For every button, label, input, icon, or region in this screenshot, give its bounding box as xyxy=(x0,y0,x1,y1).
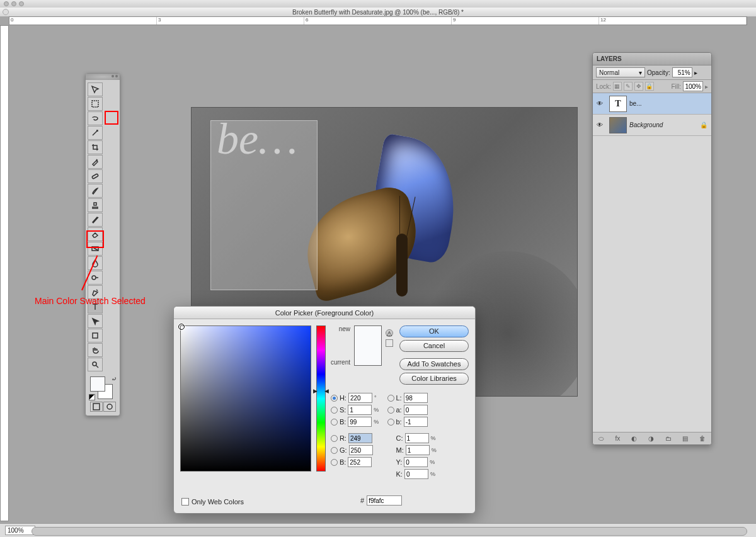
lock-pixels-icon[interactable]: ✎ xyxy=(624,82,633,91)
document-close-icon[interactable] xyxy=(3,9,9,15)
crop-tool[interactable] xyxy=(88,140,103,154)
input-c[interactable] xyxy=(405,433,429,443)
opacity-input[interactable] xyxy=(672,67,692,77)
layer-thumbnail[interactable] xyxy=(609,117,627,133)
only-web-colors-checkbox[interactable] xyxy=(181,498,189,506)
svg-point-3 xyxy=(92,276,96,280)
ok-button[interactable]: OK xyxy=(399,325,469,337)
layer-name[interactable]: be... xyxy=(629,100,641,107)
input-m[interactable] xyxy=(406,445,430,455)
zoom-tool[interactable] xyxy=(88,358,103,371)
current-color-label: current xyxy=(331,359,350,366)
visibility-toggle[interactable]: 👁 xyxy=(593,100,607,107)
radio-s[interactable] xyxy=(331,407,338,414)
add-to-swatches-button[interactable]: Add To Swatches xyxy=(399,358,469,370)
lock-label: Lock: xyxy=(596,83,611,90)
lock-transparent-icon[interactable]: ▦ xyxy=(613,82,622,91)
saturation-value-field[interactable] xyxy=(180,325,311,472)
ruler-horizontal[interactable]: 0 3 6 9 12 xyxy=(9,16,747,25)
websafe-warning-icon[interactable] xyxy=(386,339,393,347)
link-layers-icon[interactable]: ⬭ xyxy=(598,435,604,443)
hex-input[interactable] xyxy=(367,495,402,506)
standard-mode-button[interactable] xyxy=(90,402,103,412)
layers-tab[interactable]: LAYERS xyxy=(593,53,711,65)
input-l[interactable] xyxy=(404,393,428,403)
radio-b[interactable] xyxy=(331,419,338,426)
radio-h[interactable] xyxy=(331,395,338,402)
heal-tool[interactable] xyxy=(88,169,103,183)
new-current-swatch[interactable] xyxy=(354,325,382,366)
radio-g[interactable] xyxy=(331,447,338,454)
shape-tool[interactable] xyxy=(88,329,103,342)
brush-tool[interactable] xyxy=(88,184,103,198)
visibility-toggle[interactable]: 👁 xyxy=(593,122,607,128)
only-web-colors-label: Only Web Colors xyxy=(192,498,244,506)
blend-mode-select[interactable]: Normal▾ xyxy=(596,67,645,77)
delete-layer-icon[interactable]: 🗑 xyxy=(699,435,706,442)
input-h[interactable] xyxy=(348,393,372,403)
ruler-vertical[interactable] xyxy=(0,25,9,521)
layer-name[interactable]: Background xyxy=(629,122,663,128)
hue-slider[interactable]: ▶◀ xyxy=(316,325,326,472)
layer-list: 👁 T be... 👁 Background 🔒 xyxy=(593,93,711,432)
input-a[interactable] xyxy=(404,405,428,415)
input-k[interactable] xyxy=(404,469,428,479)
move-tool[interactable] xyxy=(88,82,103,96)
default-colors-icon[interactable] xyxy=(89,394,95,400)
lock-position-icon[interactable]: ✥ xyxy=(634,82,643,91)
layer-row[interactable]: 👁 T be... xyxy=(593,93,711,115)
eyedropper-tool[interactable] xyxy=(88,155,103,169)
lock-icon: 🔒 xyxy=(700,122,707,128)
new-layer-icon[interactable]: ▤ xyxy=(682,435,688,442)
adjustment-layer-icon[interactable]: ◑ xyxy=(648,435,654,442)
foreground-color-swatch[interactable] xyxy=(90,376,105,392)
fill-label: Fill: xyxy=(671,83,681,90)
gamut-warning-icon[interactable]: ⚠ xyxy=(386,329,393,337)
fill-flyout-icon[interactable]: ▸ xyxy=(705,83,708,90)
path-select-tool[interactable] xyxy=(88,314,103,328)
traffic-light-zoom[interactable] xyxy=(19,1,24,6)
zoom-input[interactable]: 100% xyxy=(5,526,35,535)
input-s[interactable] xyxy=(348,405,372,415)
input-r[interactable] xyxy=(348,433,372,443)
radio-bc[interactable] xyxy=(331,459,338,466)
lock-all-icon[interactable]: 🔒 xyxy=(645,82,654,91)
radio-a[interactable] xyxy=(387,407,394,414)
horizontal-scrollbar[interactable] xyxy=(32,527,747,536)
input-g[interactable] xyxy=(349,445,373,455)
hand-tool[interactable] xyxy=(88,343,103,357)
swap-colors-icon[interactable]: ⤾ xyxy=(112,375,117,382)
layer-row[interactable]: 👁 Background 🔒 xyxy=(593,115,711,136)
cancel-button[interactable]: Cancel xyxy=(399,340,469,352)
annotation-box-eyedropper xyxy=(105,111,118,125)
layers-panel[interactable]: LAYERS Normal▾ Opacity: ▸ Lock: ▦ ✎ ✥ 🔒 … xyxy=(592,52,712,445)
hue-slider-thumb[interactable]: ▶◀ xyxy=(313,388,329,394)
color-libraries-button[interactable]: Color Libraries xyxy=(399,373,469,385)
opacity-flyout-icon[interactable]: ▸ xyxy=(694,69,697,76)
input-b2[interactable] xyxy=(404,417,428,427)
radio-r[interactable] xyxy=(331,435,338,442)
layer-fx-icon[interactable]: fx xyxy=(616,435,621,442)
hex-label: # xyxy=(360,497,364,504)
sv-marker[interactable] xyxy=(178,324,185,330)
layer-thumbnail[interactable]: T xyxy=(609,96,627,112)
quickmask-mode-button[interactable] xyxy=(103,402,116,412)
fill-input[interactable] xyxy=(683,81,703,91)
traffic-light-minimize[interactable] xyxy=(11,1,16,6)
lasso-tool[interactable] xyxy=(88,111,103,125)
radio-l[interactable] xyxy=(387,395,394,402)
layer-mask-icon[interactable]: ◐ xyxy=(631,435,637,442)
shape-icon xyxy=(91,331,100,340)
traffic-light-close[interactable] xyxy=(4,1,9,6)
radio-b2[interactable] xyxy=(387,419,394,426)
layer-group-icon[interactable]: 🗀 xyxy=(665,435,672,442)
history-brush-tool[interactable] xyxy=(88,213,103,227)
color-picker-dialog[interactable]: Color Picker (Foreground Color) ▶◀ new c… xyxy=(173,306,476,514)
input-y[interactable] xyxy=(404,457,428,467)
stamp-tool[interactable] xyxy=(88,198,103,212)
input-bc[interactable] xyxy=(348,457,372,467)
palette-grip[interactable] xyxy=(86,74,120,80)
input-bv[interactable] xyxy=(348,417,372,427)
wand-tool[interactable] xyxy=(88,126,103,140)
marquee-tool[interactable] xyxy=(88,97,103,111)
